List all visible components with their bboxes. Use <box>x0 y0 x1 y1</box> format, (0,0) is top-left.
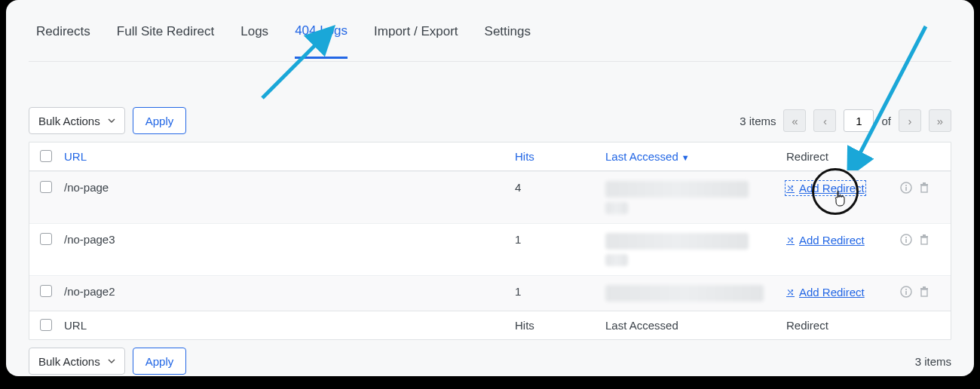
bulk-actions-label: Bulk Actions <box>38 355 100 368</box>
column-header-url[interactable]: URL <box>64 150 87 163</box>
svg-rect-7 <box>921 185 927 192</box>
column-header-last-accessed[interactable]: Last Accessed▼ <box>605 150 690 163</box>
info-icon[interactable] <box>899 233 913 247</box>
pager-last-button[interactable]: » <box>929 109 951 132</box>
svg-point-5 <box>905 185 907 186</box>
toolbar-left-bottom: Bulk Actions Apply <box>29 348 186 375</box>
cell-url: /no-page3 <box>64 233 515 246</box>
add-redirect-label: Add Redirect <box>799 182 865 194</box>
add-redirect-label: Add Redirect <box>799 234 865 247</box>
tab-settings[interactable]: Settings <box>485 24 531 57</box>
row-checkbox[interactable] <box>40 233 52 245</box>
shuffle-icon: ⤭ <box>786 286 795 298</box>
svg-rect-18 <box>905 291 907 295</box>
items-count-label: 3 items <box>740 115 776 127</box>
table-row: /no-page 4 ⤭ Add Redirect <box>29 171 951 223</box>
redacted-text <box>605 181 749 198</box>
svg-rect-20 <box>920 288 928 289</box>
tab-import-export[interactable]: Import / Export <box>374 24 458 57</box>
tab-full-site-redirect[interactable]: Full Site Redirect <box>117 24 214 57</box>
trash-icon[interactable] <box>917 285 931 299</box>
table-header-row: URL Hits Last Accessed▼ Redirect <box>29 142 951 171</box>
cell-hits: 1 <box>515 285 605 298</box>
column-footer-url: URL <box>64 319 87 332</box>
cell-last-accessed <box>605 285 786 302</box>
add-redirect-link[interactable]: ⤭ Add Redirect <box>786 182 865 194</box>
tab-bar: Redirects Full Site Redirect Logs 404 Lo… <box>29 0 951 62</box>
column-header-hits[interactable]: Hits <box>515 150 534 163</box>
column-footer-last-accessed: Last Accessed <box>605 319 678 332</box>
trash-icon[interactable] <box>917 181 931 194</box>
tab-redirects[interactable]: Redirects <box>36 24 90 57</box>
pager-first-button[interactable]: « <box>783 109 806 132</box>
add-redirect-label: Add Redirect <box>799 286 865 299</box>
pager-next-button[interactable]: › <box>899 109 921 132</box>
select-all-checkbox[interactable] <box>40 150 52 162</box>
chevron-down-icon <box>108 117 115 124</box>
cell-hits: 4 <box>515 181 605 194</box>
pager-of-label: of <box>881 115 891 127</box>
cell-url: /no-page2 <box>64 285 515 298</box>
column-footer-redirect: Redirect <box>786 319 828 332</box>
cell-url: /no-page <box>64 181 515 194</box>
select-all-checkbox-bottom[interactable] <box>40 319 52 331</box>
svg-rect-8 <box>920 184 928 185</box>
shuffle-icon: ⤭ <box>786 234 795 246</box>
svg-rect-14 <box>920 236 928 237</box>
toolbar-left: Bulk Actions Apply <box>29 107 186 134</box>
table-toolbar-top: Bulk Actions Apply 3 items « ‹ of › » <box>29 107 951 134</box>
cell-last-accessed <box>605 233 786 266</box>
bulk-actions-select-bottom[interactable]: Bulk Actions <box>29 348 125 375</box>
bulk-actions-label: Bulk Actions <box>38 115 100 127</box>
bulk-actions-select[interactable]: Bulk Actions <box>29 107 125 134</box>
shuffle-icon: ⤭ <box>786 182 795 194</box>
svg-rect-13 <box>921 237 927 244</box>
sort-desc-icon: ▼ <box>681 153 690 162</box>
cell-last-accessed <box>605 181 786 214</box>
app-frame: Redirects Full Site Redirect Logs 404 Lo… <box>6 0 974 376</box>
cell-hits: 1 <box>515 233 605 246</box>
row-checkbox[interactable] <box>40 285 52 297</box>
tab-logs[interactable]: Logs <box>240 24 268 57</box>
add-redirect-link[interactable]: ⤭ Add Redirect <box>786 286 865 299</box>
chevron-down-icon <box>108 357 115 365</box>
svg-rect-9 <box>923 182 926 184</box>
redacted-text <box>605 285 764 302</box>
trash-icon[interactable] <box>917 233 931 247</box>
tab-404-logs[interactable]: 404 Logs <box>295 23 348 59</box>
svg-rect-21 <box>923 286 926 288</box>
svg-rect-12 <box>905 239 907 243</box>
redacted-text <box>605 254 628 266</box>
row-checkbox[interactable] <box>40 181 52 193</box>
svg-point-17 <box>905 289 907 290</box>
info-icon[interactable] <box>899 181 913 194</box>
apply-button[interactable]: Apply <box>133 107 187 134</box>
svg-point-11 <box>905 237 907 238</box>
pager-page-input[interactable] <box>844 109 874 132</box>
column-header-redirect: Redirect <box>786 150 828 163</box>
svg-rect-15 <box>923 234 926 236</box>
apply-button-bottom[interactable]: Apply <box>133 348 187 375</box>
pager-prev-button[interactable]: ‹ <box>813 109 836 132</box>
table-row: /no-page3 1 ⤭ Add Redirect <box>29 223 951 275</box>
redacted-text <box>605 202 628 214</box>
table-toolbar-bottom: Bulk Actions Apply 3 items <box>29 348 951 375</box>
svg-rect-6 <box>905 187 907 191</box>
column-footer-hits: Hits <box>515 319 534 332</box>
logs-table: URL Hits Last Accessed▼ Redirect /no-pag… <box>29 142 951 340</box>
info-icon[interactable] <box>899 285 913 299</box>
redacted-text <box>605 233 749 250</box>
table-row: /no-page2 1 ⤭ Add Redirect <box>29 275 951 311</box>
add-redirect-link[interactable]: ⤭ Add Redirect <box>786 234 865 247</box>
toolbar-right: 3 items « ‹ of › » <box>740 109 951 132</box>
items-count-label-bottom: 3 items <box>915 355 951 368</box>
table-footer-row: URL Hits Last Accessed Redirect <box>29 311 951 339</box>
svg-rect-19 <box>921 289 927 296</box>
